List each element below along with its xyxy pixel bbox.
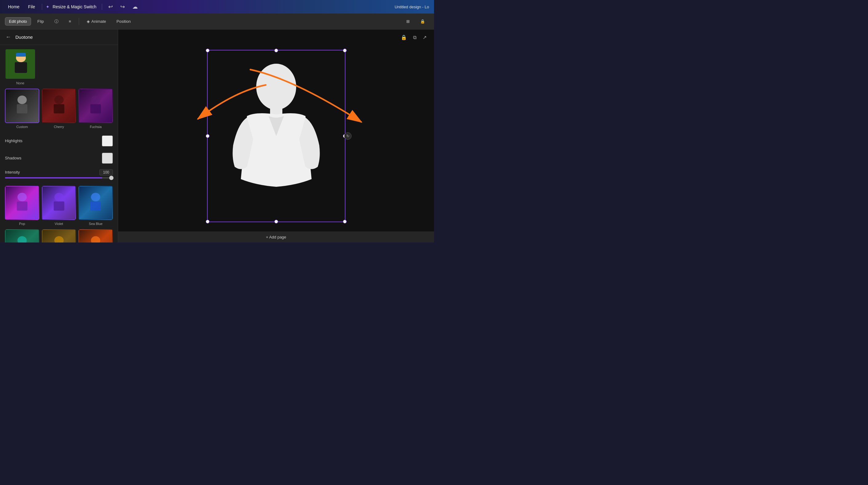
svg-point-4 <box>18 95 27 104</box>
nav-separator-1 <box>42 4 42 10</box>
rotate-handle[interactable]: ↻ <box>344 132 351 140</box>
magic-switch-container: ✦ Resize & Magic Switch <box>46 3 98 10</box>
seablue-thumb <box>79 186 113 220</box>
edit-photo-btn[interactable]: Edit photo <box>5 17 31 26</box>
intensity-value-input[interactable] <box>99 169 113 175</box>
grid-icon: ⊞ <box>406 19 410 24</box>
svg-rect-5 <box>17 104 27 113</box>
lock-btn[interactable]: 🔒 <box>416 17 429 26</box>
toolbar-divider-1 <box>79 18 79 25</box>
design-canvas: ↻ <box>207 50 345 222</box>
filter-item-none[interactable]: None <box>5 49 36 85</box>
intensity-label: Intensity <box>5 170 20 175</box>
custom-filter-label: Custom <box>16 125 28 129</box>
svg-point-8 <box>91 95 100 104</box>
slider-thumb[interactable] <box>109 176 114 180</box>
panel-title: Duotone <box>16 34 33 40</box>
svg-rect-13 <box>54 201 64 211</box>
menu-icon: ≡ <box>69 19 71 24</box>
violet-filter-label: Violet <box>55 222 63 225</box>
svg-rect-3 <box>15 62 27 73</box>
person-svg <box>207 50 345 222</box>
violet-thumb <box>42 186 76 220</box>
panel-header: ← Duotone <box>0 30 118 45</box>
shadows-label: Shadows <box>5 156 21 160</box>
custom-thumb <box>5 89 39 123</box>
fuchsia-thumb <box>79 89 113 123</box>
filter-item-pop[interactable]: Pop <box>5 186 39 226</box>
svg-rect-2 <box>16 53 26 57</box>
add-page-label: + Add page <box>266 235 286 239</box>
nav-separator-2 <box>102 4 102 10</box>
svg-point-23 <box>256 64 296 110</box>
canvas-copy-btn[interactable]: ⧉ <box>412 34 418 41</box>
cloud-save-btn[interactable]: ☁ <box>130 2 140 11</box>
intensity-slider[interactable] <box>5 177 113 179</box>
filter-item-orange[interactable]: Orange <box>79 229 113 243</box>
undo-btn[interactable]: ↩ <box>106 2 115 11</box>
add-page-bar[interactable]: + Add page <box>118 232 434 243</box>
pop-thumb <box>5 186 39 220</box>
redo-btn[interactable]: ↪ <box>118 2 127 11</box>
filter-item-seablue[interactable]: Sea Blue <box>79 186 113 226</box>
highlights-label: Highlights <box>5 139 23 143</box>
animate-icon: ◈ <box>87 19 90 24</box>
cherry-thumb <box>42 89 76 123</box>
filter-item-custom[interactable]: Custom <box>5 89 39 129</box>
filter-item-cherry[interactable]: Cherry <box>42 89 76 129</box>
svg-rect-7 <box>54 104 64 113</box>
intensity-row: Intensity <box>0 167 118 182</box>
svg-point-12 <box>54 193 63 201</box>
canvas-area: 🔒 ⧉ ↗ <box>118 30 434 243</box>
filter-item-teal[interactable]: Teal <box>5 229 39 243</box>
filter-item-gold[interactable]: Gold <box>42 229 76 243</box>
shadows-swatch[interactable] <box>102 153 113 164</box>
svg-rect-15 <box>90 201 101 211</box>
toolbar: Edit photo Flip ⓘ ≡ ◈ Animate Position ⊞… <box>0 13 434 30</box>
canvas-lock-btn[interactable]: 🔒 <box>400 33 408 41</box>
flip-btn[interactable]: Flip <box>33 17 48 26</box>
svg-point-14 <box>91 193 100 201</box>
svg-point-20 <box>91 236 100 243</box>
shadows-row: Shadows <box>0 150 118 167</box>
file-nav-btn[interactable]: File <box>25 3 38 10</box>
canvas-share-btn[interactable]: ↗ <box>422 33 428 41</box>
top-nav: Home File ✦ Resize & Magic Switch ↩ ↪ ☁ … <box>0 0 434 13</box>
intensity-header: Intensity <box>5 169 113 175</box>
none-thumb <box>5 49 36 80</box>
highlights-swatch[interactable] <box>102 135 113 147</box>
orange-thumb <box>79 229 113 243</box>
svg-rect-9 <box>90 104 101 113</box>
grid-btn[interactable]: ⊞ <box>402 17 414 26</box>
seablue-filter-label: Sea Blue <box>89 222 103 225</box>
svg-point-18 <box>54 236 63 243</box>
svg-point-16 <box>18 236 27 243</box>
filter-item-violet[interactable]: Violet <box>42 186 76 226</box>
filter-item-fuchsia[interactable]: Fuchsia <box>79 89 113 129</box>
back-btn[interactable]: ← <box>5 33 12 41</box>
highlights-row: Highlights <box>0 132 118 150</box>
home-nav-btn[interactable]: Home <box>5 3 23 10</box>
svg-point-6 <box>54 95 63 104</box>
position-btn[interactable]: Position <box>113 17 135 26</box>
pop-filter-label: Pop <box>19 222 25 225</box>
info-icon: ⓘ <box>55 19 58 24</box>
none-filter-container: None <box>0 45 118 85</box>
cherry-filter-label: Cherry <box>54 125 64 129</box>
svg-rect-11 <box>17 201 27 211</box>
filter-grid-row2: Pop Violet Sea Blue <box>0 182 118 230</box>
info-btn[interactable]: ⓘ <box>51 17 62 26</box>
toolbar-right: ⊞ 🔒 <box>402 17 429 26</box>
animate-btn[interactable]: ◈ Animate <box>83 17 110 26</box>
magic-switch-btn[interactable]: Resize & Magic Switch <box>51 3 98 10</box>
lock-icon: 🔒 <box>420 19 425 24</box>
svg-point-10 <box>18 193 27 201</box>
none-filter-label: None <box>16 81 24 85</box>
teal-thumb <box>5 229 39 243</box>
menu-btn[interactable]: ≡ <box>65 17 75 26</box>
filter-grid-row3: Teal Gold Orange <box>0 229 118 243</box>
app-body: ← Duotone None <box>0 30 434 243</box>
canvas-toolbar-right: 🔒 ⧉ ↗ <box>400 33 428 41</box>
gold-thumb <box>42 229 76 243</box>
document-title: Untitled design - Lo <box>395 5 429 9</box>
